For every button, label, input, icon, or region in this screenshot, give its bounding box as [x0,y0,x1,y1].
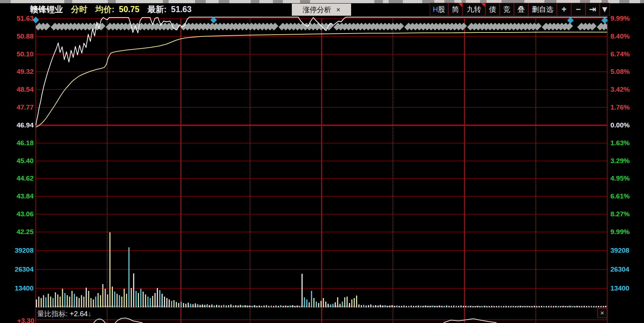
axis-tick-label: 39208 [15,247,34,254]
axis-tick-label: 44.62 [16,175,34,182]
volume-bar [335,302,336,307]
app-window: 赣锋锂业 分时 均价: 50.75 最新: 51.63 涨停分析 × H股简九转… [0,0,644,323]
volume-bar [57,294,58,307]
volume-ratio-curve [444,319,496,323]
down-arrow-icon: ↓ [88,310,91,318]
volume-bar [148,297,149,307]
axis-tick-label: 45.40 [16,157,34,165]
volume-bar [479,306,480,307]
axis-tick-label: 49.32 [16,68,34,76]
volume-bar [161,294,163,307]
volume-bar [62,289,63,307]
volume-bar [55,292,56,307]
volume-bar [74,294,75,307]
axis-tick-label: 6.61% [610,192,630,200]
volume-bar [150,298,151,307]
volume-bar [71,291,73,307]
volume-bar [287,306,288,307]
volume-bar [155,293,156,307]
volume-bar [116,294,118,307]
volume-bar [313,298,314,307]
volume-bar [64,293,65,307]
volume-bar [432,306,433,307]
axis-tick-label: 46.94 [16,121,34,129]
volume-bar [565,306,566,307]
volume-bar [570,306,571,307]
volume-bar [81,295,82,307]
volume-bar [41,298,42,307]
volume-bar [475,306,476,307]
volume-bar [131,288,132,307]
volume-bar [67,295,68,307]
volume-bar [354,298,355,307]
volume-bar [98,293,99,307]
volume-bar [522,306,523,307]
volume-bar [382,306,383,307]
volume-bar [380,305,381,307]
axis-tick-label: 5.08% [610,68,630,76]
average-price-line [36,32,607,127]
volume-bar [359,304,360,307]
axis-tick-label: 48.54 [16,86,34,94]
volume-bar [247,306,248,307]
volume-bar [50,297,51,307]
axis-tick-label: 13400 [15,284,34,292]
volume-bar [105,289,106,307]
volume-bar [114,292,115,307]
volume-bar [152,296,153,307]
volume-bar [88,291,89,307]
axis-tick-label: 50.10 [16,50,34,58]
axis-tick-label: 50.88 [16,32,34,40]
volume-ratio-indicator: 量比指标: +2.64↓ [37,309,91,318]
volume-bar [45,297,46,307]
volume-bar [328,304,329,307]
volume-bar [185,304,186,307]
volume-bar [385,305,386,307]
axis-tick-label: 1.76% [610,104,630,111]
volume-bar [430,306,431,307]
volume-bar [292,305,293,307]
axis-tick-label: 8.27% [610,210,630,218]
axis-tick-label: 39208 [610,247,629,254]
axis-tick-label: 43.06 [16,210,34,218]
indicator-value: +2.64 [70,310,88,318]
volume-bar [574,306,575,307]
volume-bar [337,297,338,307]
volume-bar [159,290,160,307]
axis-tick-label: 26304 [610,266,629,273]
volume-bar [190,304,191,307]
volume-bar [527,306,528,307]
volume-bar [245,305,246,307]
volume-bar [427,306,428,307]
axis-tick-label: 6.74% [610,50,630,58]
volume-bar [157,288,158,307]
volume-bar [193,304,194,307]
indicator-pane-close-button[interactable]: × [597,308,607,318]
volume-bar [195,303,196,307]
volume-bar [129,247,130,307]
volume-bar [349,303,350,307]
volume-bar [482,306,483,307]
volume-bar [344,297,345,307]
volume-bar [48,294,49,307]
chart-canvas[interactable] [0,0,644,323]
volume-bar [166,298,168,307]
volume-bar [387,306,388,307]
volume-bar [330,304,331,307]
volume-bar [60,297,61,307]
volume-bar [164,297,165,307]
axis-tick-label: 13400 [610,284,629,292]
volume-bar [242,306,243,307]
volume-bar [69,297,70,307]
volume-bar [342,302,343,307]
volume-bar [200,305,201,307]
volume-bar [297,306,298,307]
indicator-min-label: +3.30 [7,317,34,323]
volume-bar [389,306,390,307]
volume-bar [38,297,39,307]
volume-bar [140,289,141,307]
volume-bar [107,294,108,307]
volume-bar [178,303,179,307]
volume-ratio-curve [94,319,105,323]
volume-bar [472,306,473,307]
